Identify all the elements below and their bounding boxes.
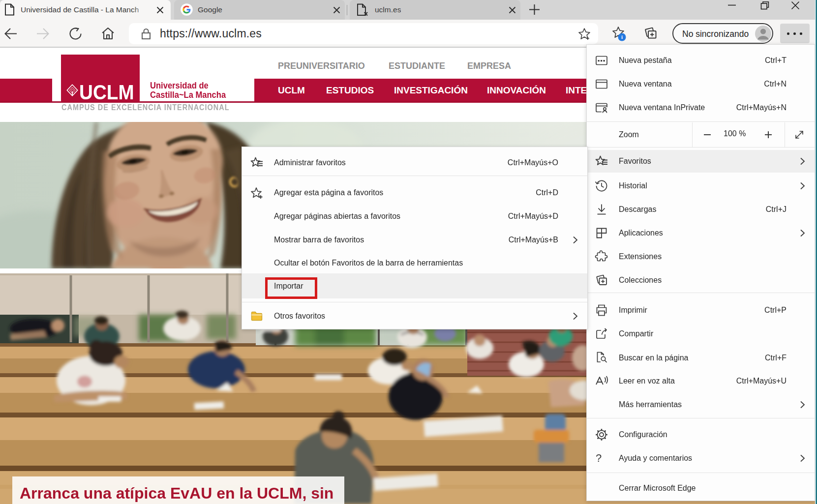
svg-text:i: i xyxy=(621,34,623,40)
